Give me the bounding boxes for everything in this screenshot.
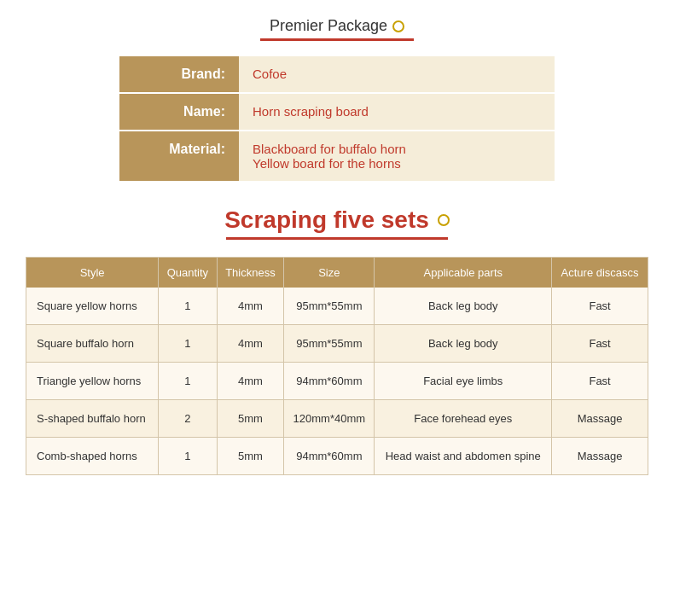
table-cell-thickness: 5mm xyxy=(217,438,284,475)
table-cell-applicable_parts: Head waist and abdomen spine xyxy=(375,438,552,475)
table-cell-quantity: 1 xyxy=(159,438,217,475)
table-header-cell: Style xyxy=(26,258,159,288)
premier-title-text: Premier Package xyxy=(270,17,387,35)
table-cell-style: Square yellow horns xyxy=(26,288,159,325)
table-cell-acture_discascs: Massage xyxy=(552,438,648,475)
table-header-row: StyleQuantityThicknessSizeApplicable par… xyxy=(26,258,648,288)
table-cell-quantity: 1 xyxy=(159,288,217,325)
table-cell-acture_discascs: Fast xyxy=(552,288,648,325)
table-cell-size: 94mm*60mm xyxy=(284,438,375,475)
table-row: Comb-shaped horns15mm94mm*60mmHead waist… xyxy=(26,438,648,475)
premier-underline xyxy=(260,38,414,41)
product-table: StyleQuantityThicknessSizeApplicable par… xyxy=(26,257,648,475)
table-cell-style: S-shaped buffalo horn xyxy=(26,400,159,438)
scraping-title: Scraping five sets xyxy=(224,206,450,234)
table-cell-acture_discascs: Massage xyxy=(552,400,648,438)
scraping-underline xyxy=(226,237,448,240)
table-cell-size: 95mm*55mm xyxy=(284,288,375,325)
table-row: Square yellow horns14mm95mm*55mmBack leg… xyxy=(26,288,648,325)
brand-row: Brand:Cofoe xyxy=(119,56,555,93)
brand-info-table: Brand:CofoeName:Horn scraping boardMater… xyxy=(119,56,555,181)
table-cell-applicable_parts: Back leg body xyxy=(375,288,552,325)
table-row: Triangle yellow horns14mm94mm*60mmFacial… xyxy=(26,363,648,400)
table-cell-applicable_parts: Facial eye limbs xyxy=(375,363,552,400)
brand-label: Name: xyxy=(119,93,239,131)
table-header-cell: Quantity xyxy=(159,258,217,288)
table-cell-style: Comb-shaped horns xyxy=(26,438,159,475)
product-table-header: StyleQuantityThicknessSizeApplicable par… xyxy=(26,258,648,288)
page-wrapper: Premier Package Brand:CofoeName:Horn scr… xyxy=(0,0,674,492)
premier-header: Premier Package xyxy=(26,17,648,41)
brand-row: Name:Horn scraping board xyxy=(119,93,555,131)
table-cell-applicable_parts: Face forehead eyes xyxy=(375,400,552,438)
scraping-header: Scraping five sets xyxy=(26,206,648,240)
table-cell-thickness: 4mm xyxy=(217,363,284,400)
table-header-cell: Applicable parts xyxy=(375,258,552,288)
scraping-circle-icon xyxy=(438,214,450,226)
brand-label: Material: xyxy=(119,131,239,181)
table-cell-size: 120mm*40mm xyxy=(284,400,375,438)
table-row: S-shaped buffalo horn25mm120mm*40mmFace … xyxy=(26,400,648,438)
table-cell-size: 94mm*60mm xyxy=(284,363,375,400)
table-header-cell: Thickness xyxy=(217,258,284,288)
table-cell-quantity: 1 xyxy=(159,363,217,400)
brand-value: Cofoe xyxy=(239,56,555,93)
table-row: Square buffalo horn14mm95mm*55mmBack leg… xyxy=(26,325,648,363)
table-cell-acture_discascs: Fast xyxy=(552,325,648,363)
brand-row: Material:Blackboard for buffalo hornYell… xyxy=(119,131,555,181)
table-cell-thickness: 5mm xyxy=(217,400,284,438)
table-cell-style: Triangle yellow horns xyxy=(26,363,159,400)
scraping-title-text: Scraping five sets xyxy=(224,206,429,234)
table-cell-acture_discascs: Fast xyxy=(552,363,648,400)
brand-value: Blackboard for buffalo hornYellow board … xyxy=(239,131,555,181)
table-header-cell: Size xyxy=(284,258,375,288)
product-table-body: Square yellow horns14mm95mm*55mmBack leg… xyxy=(26,288,648,475)
table-cell-style: Square buffalo horn xyxy=(26,325,159,363)
table-cell-quantity: 1 xyxy=(159,325,217,363)
premier-circle-icon xyxy=(392,20,404,32)
table-cell-quantity: 2 xyxy=(159,400,217,438)
premier-title: Premier Package xyxy=(270,17,404,35)
table-cell-applicable_parts: Back leg body xyxy=(375,325,552,363)
brand-label: Brand: xyxy=(119,56,239,93)
brand-value: Horn scraping board xyxy=(239,93,555,131)
table-cell-thickness: 4mm xyxy=(217,288,284,325)
table-cell-thickness: 4mm xyxy=(217,325,284,363)
table-header-cell: Acture discascs xyxy=(552,258,648,288)
table-cell-size: 95mm*55mm xyxy=(284,325,375,363)
